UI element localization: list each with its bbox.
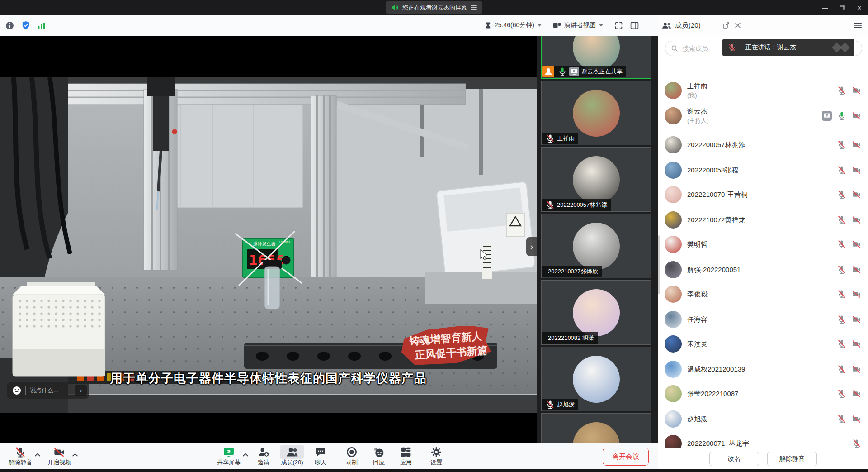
participant-thumbnail[interactable]: 赵旭泼 [541, 347, 651, 411]
search-icon [671, 45, 678, 52]
member-name: 2022200058张程 [687, 166, 738, 175]
view-caret-icon[interactable] [599, 24, 603, 27]
view-mode-button[interactable]: 演讲者视图 [564, 21, 596, 29]
chat-collapse-icon[interactable]: ‹ [75, 385, 87, 396]
member-row[interactable]: 宋汶灵 [658, 334, 868, 354]
members-duo-icon [662, 22, 671, 29]
restore-button[interactable] [835, 2, 849, 13]
mic-off-icon [837, 240, 846, 249]
member-row[interactable]: 李俊毅 [658, 284, 868, 304]
rename-button[interactable]: 改名 [709, 452, 759, 466]
cam-off-icon [852, 190, 861, 199]
share-screen-icon [223, 447, 235, 458]
participant-thumbnail[interactable]: 2022200057林兆添 [541, 147, 651, 212]
avatar [665, 186, 682, 203]
share-icon [822, 111, 832, 121]
info-icon[interactable] [5, 21, 14, 30]
member-row[interactable]: 2022210072黄祥龙 [658, 210, 868, 230]
members-icon [286, 447, 298, 458]
member-name: 谢云杰 [687, 107, 709, 116]
member-status-icons [837, 86, 861, 95]
panel-footer: 改名 解除静音 [658, 448, 868, 469]
member-row[interactable]: 王祥雨 (我) [658, 81, 868, 100]
network-signal-icon[interactable] [38, 22, 46, 29]
member-row[interactable]: 赵旭泼 [658, 409, 868, 429]
members-panel-title: 成员(20) [675, 21, 701, 30]
participant-thumbnail[interactable]: 2022210027张烨欣 [541, 214, 651, 278]
avatar [573, 289, 620, 336]
host-badge-icon [542, 66, 554, 77]
member-row[interactable]: 2022200057林兆添 [658, 135, 868, 155]
cam-off-icon [852, 265, 861, 274]
member-row[interactable]: 张莹2022210087 [658, 384, 868, 404]
member-role: (主持人) [687, 117, 709, 125]
avatar [665, 136, 682, 153]
mic-off-icon [837, 215, 846, 224]
panel-more-menu-icon[interactable] [854, 22, 862, 29]
member-row[interactable]: 樊明哲 [658, 234, 868, 254]
record-icon [346, 447, 357, 458]
avatar [665, 162, 682, 179]
member-name: 2022210072黄祥龙 [687, 216, 745, 224]
red-stamp: 铸魂增智育新人 正风促干书新篇 [400, 326, 493, 366]
close-panel-icon[interactable] [735, 22, 741, 29]
thumbnail-label: 赵旭泼 [542, 399, 578, 410]
panel-scrollbar[interactable] [658, 235, 660, 294]
meeting-timer[interactable]: 25:46(60分钟) [495, 21, 534, 29]
member-row[interactable]: 2022210070-王茜桐 [658, 185, 868, 205]
apps-icon [401, 447, 411, 458]
avatar [665, 435, 682, 448]
member-name: 李俊毅 [687, 290, 708, 299]
member-name: 樊明哲 [687, 240, 708, 249]
participant-thumbnail[interactable]: 谢云杰正在共享 [541, 36, 651, 79]
chat-icon [315, 447, 326, 458]
timer-caret-icon[interactable] [538, 24, 542, 27]
minimize-button[interactable]: — [818, 2, 832, 13]
mic-off-icon [837, 339, 846, 348]
cam-off-icon [852, 365, 861, 374]
member-status-icons [852, 439, 861, 448]
watching-banner: 您正在观看谢云杰的屏幕 [386, 1, 482, 14]
meeting-toolbar: 25:46(60分钟) 演讲者视图 [0, 15, 658, 36]
toolbar-item-10[interactable]: 设置 [416, 443, 457, 469]
member-row[interactable]: 2022200071_丛龙宇 [658, 434, 868, 448]
member-name: 任海容 [687, 315, 708, 324]
member-row[interactable]: 2022200058张程 [658, 160, 868, 180]
member-row[interactable]: 任海容 [658, 310, 868, 329]
member-status-icons [837, 365, 861, 374]
banner-menu-icon[interactable] [471, 5, 477, 10]
member-row[interactable]: 温威权2021200139 [658, 359, 868, 379]
layout-icon [553, 22, 561, 29]
participant-thumbnail[interactable]: 2022210082 胡潇 [541, 280, 651, 345]
mic-off-white-icon [546, 200, 555, 210]
security-shield-icon[interactable] [21, 21, 30, 30]
unmute-button[interactable]: 解除静音 [767, 452, 817, 466]
popout-panel-icon[interactable] [722, 22, 730, 29]
member-row[interactable]: 解强-2022200051 [658, 260, 868, 280]
mic-off-dark-icon [15, 447, 26, 458]
chat-placeholder[interactable]: 说点什么... [30, 386, 71, 395]
emoji-icon[interactable] [12, 386, 21, 395]
member-row[interactable]: 谢云杰 (主持人) [658, 106, 868, 126]
avatar [665, 286, 682, 303]
strip-expand-tab[interactable]: › [526, 237, 537, 256]
cam-off-icon [852, 215, 861, 224]
participant-thumbnail[interactable]: 王祥雨 [541, 81, 651, 145]
member-status-icons [837, 415, 861, 424]
shared-screen-video[interactable]: 脉冲发生器 RCmf-1 1666 铸魂增智育新人 正风促干书新篇 用于单分子电… [0, 36, 537, 443]
bottom-toolbar: 离开会议 解除静音 开启视频 共享屏幕 邀请 成员(20) 聊天 录制 回应 应… [0, 443, 658, 469]
fullscreen-icon[interactable] [614, 21, 623, 30]
quick-chat-input[interactable]: 说点什么... ‹ [7, 382, 89, 399]
member-name: 王祥雨 [687, 82, 708, 91]
close-window-button[interactable]: ✕ [853, 2, 866, 13]
leave-meeting-button[interactable]: 离开会议 [603, 448, 649, 466]
toolbar-item-label: 设置 [416, 458, 457, 467]
speaker-icon [391, 4, 399, 11]
divider [25, 386, 26, 395]
cam-off-icon [852, 111, 861, 120]
side-panel-toggle-icon[interactable] [630, 22, 639, 29]
svg-text:脉冲发生器: 脉冲发生器 [253, 241, 276, 246]
chevron-up-icon[interactable] [72, 453, 78, 457]
muted-mic-icon [728, 43, 736, 52]
participant-thumbnail[interactable] [541, 413, 651, 443]
